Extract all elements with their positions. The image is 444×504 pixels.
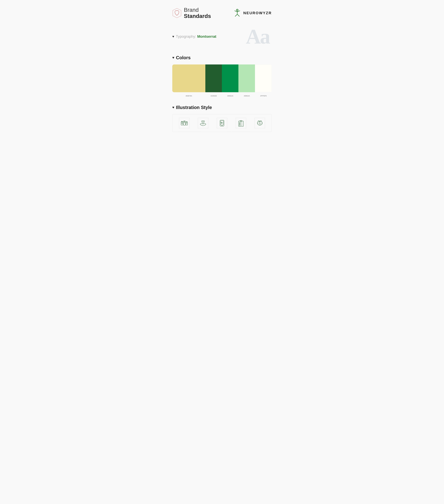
font-name: Montserrat <box>197 34 216 38</box>
svg-rect-36 <box>239 125 240 126</box>
color-labels: #E8D78A #225D2E #00914A #00914A #FFFEF8 <box>172 94 272 97</box>
neurowyzr-logo: NEUROWYZR <box>233 8 272 18</box>
svg-marker-0 <box>173 8 181 18</box>
clipboard-checklist-icon <box>236 118 246 128</box>
health-monitor-icon <box>217 118 227 128</box>
color-swatch-dark-green <box>205 64 222 92</box>
color-swatch-off-white <box>255 64 272 92</box>
illustration-section: ♥ Illustration Style <box>172 105 272 132</box>
medicine-bottles-icon <box>179 118 189 128</box>
color-label-medium-green: #00914A <box>222 94 239 97</box>
svg-line-11 <box>237 14 239 16</box>
heart-hands-icon <box>198 118 208 128</box>
color-label-dark-green: #225D2E <box>205 94 222 97</box>
illustration-icons-grid <box>172 114 272 132</box>
color-swatch-yellow <box>172 64 205 92</box>
colors-heading: ♥ Colors <box>172 55 272 60</box>
brand-title-line1: Brand <box>184 7 211 13</box>
svg-line-10 <box>235 14 237 16</box>
svg-rect-12 <box>181 122 183 125</box>
svg-rect-13 <box>181 121 183 122</box>
neurowyzr-figure-icon <box>233 8 242 18</box>
heart-icon-2: ♥ <box>172 106 174 109</box>
svg-rect-21 <box>186 122 188 125</box>
svg-point-29 <box>222 125 222 126</box>
heart-icon: ♥ <box>172 56 174 60</box>
color-label-off-white: #FFFEF8 <box>255 94 272 97</box>
brand-title-group: Brand Standards <box>172 7 211 19</box>
brand-title-line2: Standards <box>184 13 211 19</box>
brand-title-text: Brand Standards <box>184 7 211 19</box>
illustration-heading: ♥ Illustration Style <box>172 105 272 110</box>
brand-logo-icon <box>172 8 182 18</box>
color-label-light-green: #00914A <box>239 94 255 97</box>
page-header: Brand Standards NEUROWYZR <box>172 7 272 19</box>
typography-text: Typography: Montserrat <box>176 34 216 39</box>
brain-icon <box>255 118 265 128</box>
typography-label: ♥ Typography: Montserrat <box>172 34 216 39</box>
typography-section: ♥ Typography: Montserrat Aa <box>172 26 272 47</box>
svg-rect-17 <box>183 122 186 125</box>
heart-bullet-icon: ♥ <box>172 35 174 38</box>
color-label-yellow: #E8D78A <box>172 94 205 97</box>
neurowyzr-wordmark: NEUROWYZR <box>243 11 272 15</box>
colors-title: Colors <box>176 55 191 60</box>
svg-rect-22 <box>186 122 187 122</box>
typography-sample: Aa <box>246 26 269 47</box>
colors-section: ♥ Colors #E8D78A #225D2E #00914A #00914A… <box>172 55 272 97</box>
color-swatches <box>172 64 272 92</box>
color-swatch-medium-green <box>222 64 239 92</box>
illustration-title: Illustration Style <box>176 105 212 110</box>
color-swatch-light-green-variant <box>239 64 255 92</box>
